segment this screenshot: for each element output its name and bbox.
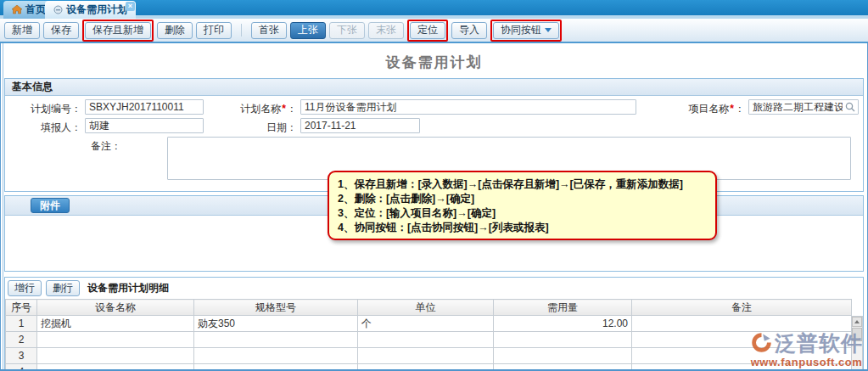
detail-table: 序号 设备名称 规格型号 单位 需用量 备注 1 挖掘机 勋友350 个 12.… (5, 299, 852, 371)
tab-equipment-plan-label: 设备需用计划 (66, 3, 127, 17)
cell-model[interactable]: 勋友350 (194, 316, 358, 332)
basic-info-title: 基本信息 (12, 80, 53, 94)
chevron-down-icon (545, 28, 552, 32)
cell-equipment-name[interactable]: 挖掘机 (37, 316, 194, 332)
highlight-box-save-and-new: 保存且新增 (82, 20, 154, 42)
cell-equipment-name[interactable] (37, 332, 194, 348)
date-label: 日期： (219, 120, 297, 135)
delete-row-button[interactable]: 删行 (46, 280, 80, 296)
form-icon (53, 5, 63, 14)
plan-no-field[interactable] (85, 99, 204, 115)
basic-info-header: 基本信息 (5, 79, 863, 96)
date-field[interactable] (300, 118, 420, 133)
project-field[interactable] (748, 99, 859, 115)
next-record-button: 下张 (329, 22, 365, 39)
frame-left-line (3, 43, 3, 371)
prev-record-button[interactable]: 上张 (290, 22, 326, 39)
table-row: 2 (6, 332, 852, 348)
callout-line: 1、保存且新增：[录入数据]→[点击保存且新增]→[已保存，重新添加数据] (338, 177, 707, 192)
cell-qty[interactable] (494, 332, 632, 348)
callout-line: 3、定位：[输入项目名称]→[确定] (338, 206, 707, 221)
home-icon (12, 5, 22, 14)
vendor-watermark: 泛普软件 www.fanpusoft.com (750, 329, 863, 368)
callout-line: 4、协同按钮：[点击协同按钮]→[列表或报表] (338, 221, 707, 235)
delete-button[interactable]: 删除 (157, 22, 193, 39)
col-unit: 单位 (358, 300, 494, 316)
detail-section: 增行 删行 设备需用计划明细 序号 设备名称 规格型号 单位 需用量 备注 1 … (4, 277, 864, 371)
tab-close-icon[interactable]: × (126, 2, 135, 11)
project-label: 项目名称*： (655, 101, 745, 116)
cell-qty[interactable]: 12.00 (494, 316, 632, 332)
col-no: 序号 (6, 300, 37, 316)
cell-unit[interactable] (358, 332, 494, 348)
page-title: 设备需用计划 (0, 53, 868, 72)
cell-qty[interactable] (494, 348, 632, 364)
table-row: 1 挖掘机 勋友350 个 12.00 (6, 316, 852, 332)
save-and-new-button[interactable]: 保存且新增 (85, 22, 151, 39)
vendor-url: www.fanpusoft.com (750, 356, 863, 368)
locate-button[interactable]: 定位 (410, 22, 445, 39)
vendor-brand: 泛普软件 (775, 329, 863, 357)
table-header-row: 序号 设备名称 规格型号 单位 需用量 备注 (6, 300, 852, 316)
col-model: 规格型号 (194, 300, 358, 316)
cell-no: 3 (6, 348, 37, 364)
highlight-box-locate: 定位 (407, 20, 448, 42)
reporter-label: 填报人： (7, 120, 81, 135)
save-button[interactable]: 保存 (43, 22, 79, 39)
search-icon[interactable] (845, 102, 855, 115)
col-remark: 备注 (632, 300, 852, 316)
collab-dropdown-label: 协同按钮 (501, 23, 541, 37)
app-window: 首页 设备需用计划 × 新增 保存 保存且新增 删除 打印 首张 上张 下张 末… (0, 0, 868, 371)
cell-no: 1 (6, 316, 37, 332)
instruction-callout: 1、保存且新增：[录入数据]→[点击保存且新增]→[已保存，重新添加数据] 2、… (328, 171, 717, 240)
cell-unit[interactable]: 个 (358, 316, 494, 332)
first-record-button[interactable]: 首张 (251, 22, 287, 39)
reporter-field[interactable] (85, 118, 204, 133)
table-row: 3 (6, 348, 852, 364)
scroll-up-icon[interactable] (852, 317, 862, 327)
toolbar-separator (241, 24, 242, 37)
plan-no-label: 计划编号： (7, 101, 81, 116)
grid-toolbar: 增行 删行 设备需用计划明细 (5, 278, 863, 299)
cell-model[interactable] (194, 332, 358, 348)
cell-no: 2 (6, 332, 37, 348)
tab-equipment-plan[interactable]: 设备需用计划 × (45, 1, 136, 19)
tab-bar: 首页 设备需用计划 × (0, 0, 868, 19)
callout-line: 2、删除：[点击删除]→[确定] (338, 192, 707, 206)
attachment-button[interactable]: 附件 (31, 198, 70, 213)
required-mark: * (730, 103, 734, 115)
remark-label: 备注： (47, 138, 121, 154)
required-mark: * (282, 103, 286, 115)
plan-name-label: 计划名称*： (219, 101, 297, 116)
col-equipment-name: 设备名称 (37, 300, 194, 316)
cell-unit[interactable] (358, 348, 494, 364)
last-record-button: 末张 (368, 22, 404, 39)
plan-name-field[interactable] (300, 99, 636, 115)
new-button[interactable]: 新增 (4, 22, 40, 39)
grid-title: 设备需用计划明细 (87, 281, 169, 295)
collab-dropdown-button[interactable]: 协同按钮 (493, 22, 559, 39)
highlight-box-collab: 协同按钮 (490, 20, 562, 42)
toolbar: 新增 保存 保存且新增 删除 打印 首张 上张 下张 末张 定位 导入 协同按钮 (0, 19, 868, 43)
col-qty: 需用量 (494, 300, 632, 316)
cell-equipment-name[interactable] (37, 348, 194, 364)
add-row-button[interactable]: 增行 (8, 280, 42, 296)
tab-home-label: 首页 (25, 3, 46, 17)
cell-model[interactable] (194, 348, 358, 364)
import-button[interactable]: 导入 (451, 22, 487, 39)
vendor-logo-icon (750, 331, 773, 357)
print-button[interactable]: 打印 (196, 22, 232, 39)
